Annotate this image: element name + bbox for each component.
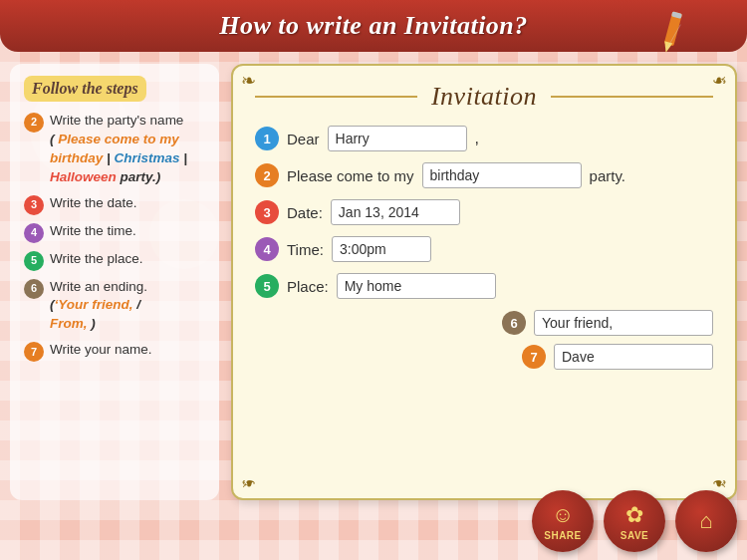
- list-item: 2 Write the party's name ( Please come t…: [24, 112, 205, 187]
- home-icon: ⌂: [699, 508, 712, 534]
- date-label: Date:: [287, 204, 323, 221]
- title-bar: How to write an Invitation?: [0, 0, 747, 52]
- date-input[interactable]: [331, 199, 460, 225]
- home-button[interactable]: ⌂: [675, 490, 737, 552]
- step-6-label: Write an ending.: [50, 279, 147, 294]
- list-item: 6 Write an ending. (‘Your friend, /From,…: [24, 278, 205, 335]
- time-input[interactable]: [332, 236, 431, 262]
- corner-ornament-tl: ❧: [241, 72, 263, 94]
- step-num-2: 2: [24, 113, 44, 133]
- invitation-card: ❧ ❧ ❧ ❧ Invitation 1 Dear , 2 Please com…: [231, 64, 737, 500]
- share-icon: ☺: [552, 502, 574, 528]
- share-button[interactable]: ☺ SHARE: [532, 490, 594, 552]
- step-2-label: Write the party's name: [50, 113, 183, 128]
- step-5-label: Write the place.: [50, 250, 143, 269]
- share-label: SHARE: [544, 530, 582, 541]
- invitation-title-wrap: Invitation: [255, 82, 713, 112]
- dear-comma: ,: [475, 130, 479, 147]
- step-circle-7: 7: [522, 345, 546, 369]
- party-label: Please come to my: [287, 167, 414, 184]
- pencil-icon: [657, 8, 687, 58]
- step-circle-2: 2: [255, 163, 279, 187]
- list-item: 4 Write the time.: [24, 222, 205, 243]
- time-label: Time:: [287, 241, 324, 258]
- step-num-4: 4: [24, 223, 44, 243]
- list-item: 3 Write the date.: [24, 194, 205, 215]
- party-input[interactable]: [422, 162, 582, 188]
- place-input[interactable]: [337, 273, 496, 299]
- name-input[interactable]: [554, 344, 713, 370]
- save-button[interactable]: ✿ SAVE: [604, 490, 665, 552]
- step-num-3: 3: [24, 195, 44, 215]
- corner-ornament-bl: ❧: [241, 470, 263, 492]
- step-circle-4: 4: [255, 237, 279, 261]
- list-item: 7 Write your name.: [24, 341, 205, 362]
- corner-ornament-tr: ❧: [705, 72, 727, 94]
- list-item: 5 Write the place.: [24, 250, 205, 271]
- main-content: Follow the steps 2 Write the party's nam…: [0, 52, 747, 560]
- step-num-5: 5: [24, 251, 44, 271]
- step-list: 2 Write the party's name ( Please come t…: [24, 112, 205, 362]
- corner-ornament-br: ❧: [705, 470, 727, 492]
- dear-input[interactable]: [328, 126, 467, 151]
- step-circle-6: 6: [502, 311, 526, 335]
- title-line-right: [551, 96, 713, 98]
- step-circle-3: 3: [255, 200, 279, 224]
- ending-row: 6: [255, 310, 713, 336]
- step-num-7: 7: [24, 342, 44, 362]
- left-panel: Follow the steps 2 Write the party's nam…: [10, 64, 219, 500]
- time-row: 4 Time:: [255, 236, 713, 262]
- party-suffix: party.: [590, 167, 625, 184]
- title-line-left: [255, 96, 417, 98]
- step-circle-1: 1: [255, 127, 279, 150]
- svg-marker-1: [662, 41, 673, 54]
- step-num-6: 6: [24, 279, 44, 299]
- follow-steps-title: Follow the steps: [24, 76, 146, 102]
- step-3-label: Write the date.: [50, 194, 137, 213]
- ending-input[interactable]: [534, 310, 713, 336]
- place-row: 5 Place:: [255, 273, 713, 299]
- step-circle-5: 5: [255, 274, 279, 298]
- party-row: 2 Please come to my party.: [255, 162, 713, 188]
- dear-label: Dear: [287, 131, 320, 147]
- place-label: Place:: [287, 278, 329, 295]
- save-icon: ✿: [625, 502, 643, 528]
- right-panel: ❧ ❧ ❧ ❧ Invitation 1 Dear , 2 Please com…: [231, 64, 737, 500]
- dear-row: 1 Dear ,: [255, 126, 713, 151]
- page-title: How to write an Invitation?: [219, 11, 528, 41]
- name-row: 7: [255, 344, 713, 370]
- date-row: 3 Date:: [255, 199, 713, 225]
- step-7-label: Write your name.: [50, 341, 152, 360]
- bottom-buttons: ☺ SHARE ✿ SAVE ⌂: [532, 490, 737, 552]
- invitation-title: Invitation: [417, 82, 551, 112]
- step-4-label: Write the time.: [50, 222, 136, 241]
- step-2-highlight: ( Please come to mybirthday | Christmas …: [50, 132, 187, 184]
- save-label: SAVE: [621, 530, 649, 541]
